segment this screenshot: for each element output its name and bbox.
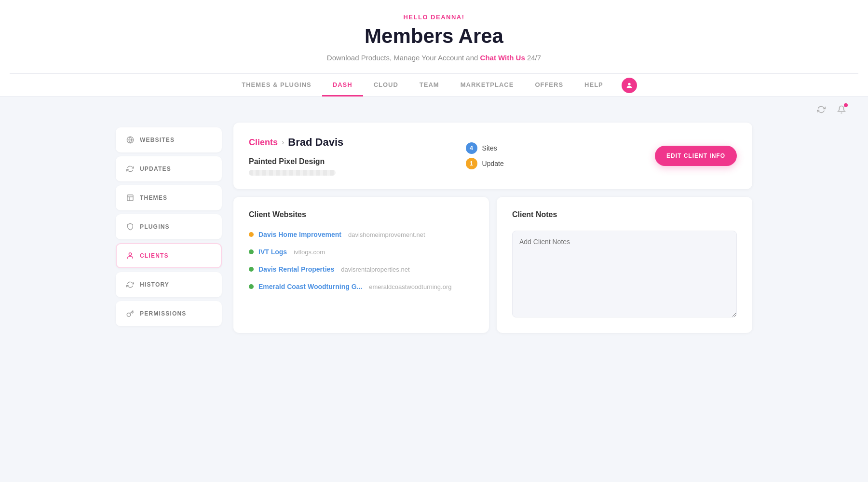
nav-help[interactable]: HELP: [574, 74, 614, 96]
sidebar-item-permissions[interactable]: PERMISSIONS: [116, 301, 222, 326]
list-item: Emerald Coast Woodturning G... emeraldco…: [249, 283, 474, 290]
user-avatar[interactable]: [622, 78, 637, 93]
nav-themes-plugins[interactable]: THEMES & PLUGINS: [231, 74, 322, 96]
website-url-4: emeraldcoastwoodturning.org: [369, 283, 451, 290]
header: HELLO DEANNA! Members Area Download Prod…: [0, 0, 868, 96]
toolbar: [0, 96, 868, 123]
svg-point-6: [129, 253, 131, 255]
list-item: IVT Logs ivtlogs.com: [249, 248, 474, 256]
hello-greeting: HELLO DEANNA!: [10, 14, 858, 21]
notes-panel-title: Client Notes: [512, 210, 737, 219]
breadcrumb-arrow: ›: [282, 138, 284, 147]
edit-client-button[interactable]: EDIT CLIENT INFO: [655, 146, 737, 166]
subtitle-pre: Download Products, Manage Your Account a…: [327, 54, 480, 62]
sites-count: 4: [466, 142, 477, 154]
main-layout: WEBSITES UPDATES THEMES PLUGINS CLIENTS: [96, 123, 772, 352]
updates-count: 1: [466, 158, 477, 169]
nav-marketplace[interactable]: MARKETPLACE: [450, 74, 525, 96]
status-dot-green-3: [249, 267, 254, 272]
nav-dash[interactable]: DASH: [322, 74, 363, 96]
sidebar-label-websites: WEBSITES: [140, 137, 175, 143]
sidebar: WEBSITES UPDATES THEMES PLUGINS CLIENTS: [116, 123, 222, 333]
nav-team[interactable]: TEAM: [409, 74, 450, 96]
sidebar-label-plugins: PLUGINS: [140, 223, 170, 230]
refresh-icon-sidebar: [126, 165, 134, 173]
sidebar-label-updates: UPDATES: [140, 165, 171, 172]
stat-sites: 4 Sites: [466, 142, 504, 154]
website-url-1: davishomeimprovement.net: [348, 231, 425, 238]
client-header-card: Clients › Brad Davis Painted Pixel Desig…: [233, 123, 752, 189]
history-icon: [126, 281, 134, 289]
page-title: Members Area: [10, 25, 858, 48]
subtitle: Download Products, Manage Your Account a…: [10, 54, 858, 62]
shield-icon: [126, 223, 134, 231]
sidebar-item-history[interactable]: HISTORY: [116, 272, 222, 297]
refresh-icon[interactable]: [814, 102, 828, 117]
client-stats: 4 Sites 1 Update: [466, 142, 504, 169]
globe-icon: [126, 136, 134, 144]
breadcrumb-clients-link[interactable]: Clients: [249, 138, 278, 148]
card-header-left: Clients › Brad Davis Painted Pixel Desig…: [249, 136, 343, 176]
website-name-1[interactable]: Davis Home Improvement: [258, 231, 341, 238]
status-dot-green-2: [249, 249, 254, 254]
sidebar-item-plugins[interactable]: PLUGINS: [116, 214, 222, 239]
person-icon: [126, 252, 134, 260]
website-name-2[interactable]: IVT Logs: [258, 248, 287, 256]
website-name-3[interactable]: Davis Rental Properties: [258, 265, 334, 273]
sidebar-label-permissions: PERMISSIONS: [140, 310, 187, 317]
list-item: Davis Rental Properties davisrentalprope…: [249, 265, 474, 273]
website-name-4[interactable]: Emerald Coast Woodturning G...: [258, 283, 362, 290]
breadcrumb-current: Brad Davis: [288, 136, 343, 149]
nav-offers[interactable]: OFFERS: [524, 74, 574, 96]
website-url-3: davisrentalproperties.net: [341, 266, 409, 273]
sidebar-label-themes: THEMES: [140, 194, 167, 201]
chat-link[interactable]: Chat With Us: [480, 54, 525, 62]
notification-dot: [844, 103, 848, 107]
notes-textarea[interactable]: [512, 231, 737, 317]
sidebar-item-themes[interactable]: THEMES: [116, 185, 222, 210]
list-item: Davis Home Improvement davishomeimprovem…: [249, 231, 474, 238]
bottom-grid: Client Websites Davis Home Improvement d…: [233, 197, 752, 333]
client-company-name: Painted Pixel Design: [249, 157, 343, 166]
websites-panel: Client Websites Davis Home Improvement d…: [233, 197, 489, 333]
layout-icon: [126, 194, 134, 202]
client-email-blur: [249, 170, 336, 176]
stat-updates: 1 Update: [466, 158, 504, 169]
breadcrumb: Clients › Brad Davis: [249, 136, 343, 149]
sidebar-label-clients: CLIENTS: [140, 252, 169, 259]
website-url-2: ivtlogs.com: [294, 248, 325, 256]
notification-icon[interactable]: [834, 102, 849, 117]
notes-panel: Client Notes: [497, 197, 752, 333]
svg-point-0: [628, 83, 630, 85]
status-dot-yellow: [249, 232, 254, 237]
sidebar-item-updates[interactable]: UPDATES: [116, 156, 222, 181]
nav-cloud[interactable]: CLOUD: [363, 74, 409, 96]
key-icon: [126, 310, 134, 317]
svg-rect-3: [127, 195, 133, 201]
sidebar-item-clients[interactable]: CLIENTS: [116, 243, 222, 268]
updates-label: Update: [482, 160, 504, 167]
status-dot-green-4: [249, 284, 254, 289]
subtitle-post: 24/7: [525, 54, 541, 62]
main-nav: THEMES & PLUGINS DASH CLOUD TEAM MARKETP…: [10, 73, 858, 96]
content-area: Clients › Brad Davis Painted Pixel Desig…: [222, 123, 752, 333]
sites-label: Sites: [482, 144, 497, 152]
sidebar-item-websites[interactable]: WEBSITES: [116, 127, 222, 152]
sidebar-label-history: HISTORY: [140, 281, 169, 288]
websites-panel-title: Client Websites: [249, 210, 474, 219]
